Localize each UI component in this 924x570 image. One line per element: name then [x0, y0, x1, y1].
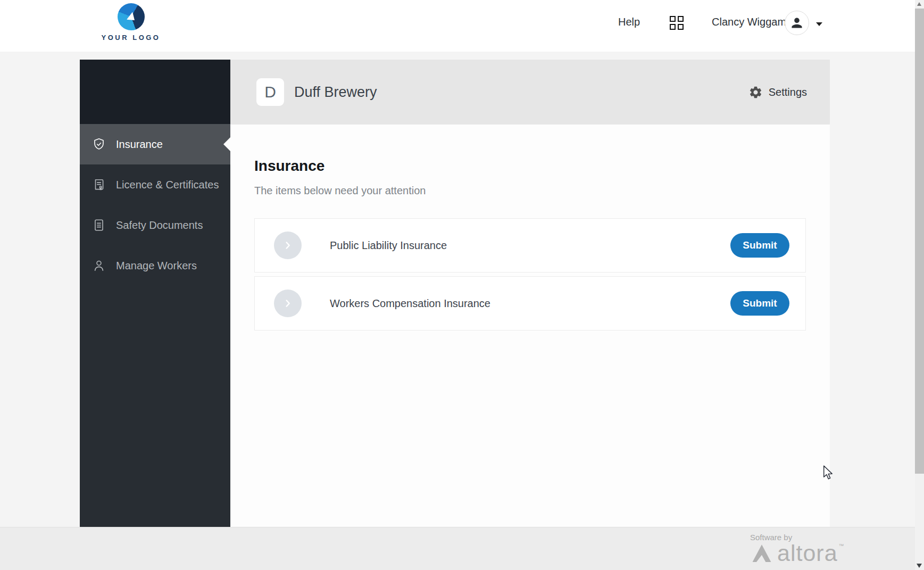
page-title: Insurance: [254, 158, 830, 175]
sidebar-item-label: Insurance: [116, 138, 163, 151]
sidebar: Insurance Licence & Certificates: [80, 60, 230, 527]
sidebar-item-label: Licence & Certificates: [116, 179, 219, 191]
list-item-workers-compensation: Workers Compensation Insurance Submit: [254, 276, 806, 331]
sidebar-item-label: Safety Documents: [116, 219, 203, 232]
chevron-down-icon[interactable]: [816, 22, 822, 26]
chevron-right-icon: [282, 298, 294, 309]
shield-check-icon: [92, 137, 106, 151]
sidebar-item-licence-certificates[interactable]: Licence & Certificates: [80, 164, 230, 205]
footer: Software by altora ™: [0, 527, 915, 570]
scroll-down-arrow-icon[interactable]: [917, 564, 922, 568]
submit-button[interactable]: Submit: [730, 233, 789, 258]
company-name: Duff Brewery: [294, 84, 377, 101]
settings-label: Settings: [769, 86, 807, 98]
sidebar-item-label: Manage Workers: [116, 260, 197, 272]
person-icon: [789, 15, 804, 30]
logo-swirl-icon: [118, 3, 145, 30]
brand-name: altora: [777, 543, 838, 563]
active-item-notch: [223, 137, 230, 151]
company-header: D Duff Brewery Settings: [230, 60, 830, 125]
person-outline-icon: [92, 259, 106, 272]
gear-icon: [748, 85, 763, 100]
sidebar-item-manage-workers[interactable]: Manage Workers: [80, 245, 230, 286]
sidebar-nav: Insurance Licence & Certificates: [80, 124, 230, 286]
sidebar-item-insurance[interactable]: Insurance: [80, 124, 230, 164]
vertical-scrollbar: [915, 0, 924, 570]
content-panel: D Duff Brewery Settings Insurance The it…: [230, 60, 830, 527]
apps-grid-icon[interactable]: [670, 16, 684, 30]
footer-brand: Software by altora ™: [750, 533, 844, 563]
item-label: Workers Compensation Insurance: [330, 298, 490, 310]
company-avatar: D: [256, 78, 284, 106]
content-body: Insurance The items below need your atte…: [230, 125, 830, 331]
logo[interactable]: YOUR LOGO: [102, 3, 160, 42]
submit-button[interactable]: Submit: [730, 291, 789, 316]
help-link[interactable]: Help: [618, 16, 640, 28]
chevron-right-icon: [282, 239, 294, 251]
user-avatar[interactable]: [785, 11, 809, 35]
document-icon: [92, 218, 106, 232]
user-name[interactable]: Clancy Wiggam: [712, 16, 786, 28]
expand-item-button[interactable]: [274, 290, 302, 317]
page-subtitle: The items below need your attention: [254, 185, 830, 197]
trademark: ™: [839, 543, 844, 549]
certificate-icon: [92, 178, 106, 192]
sidebar-header-block: [80, 60, 230, 124]
logo-text: YOUR LOGO: [102, 34, 161, 42]
list-item-public-liability: Public Liability Insurance Submit: [254, 218, 806, 272]
attention-item-list: Public Liability Insurance Submit Worker…: [254, 218, 806, 331]
scroll-up-arrow-icon[interactable]: [917, 2, 921, 6]
item-label: Public Liability Insurance: [330, 239, 447, 252]
top-bar: YOUR LOGO Help Clancy Wiggam: [0, 0, 915, 52]
scrollbar-thumb[interactable]: [915, 9, 924, 474]
settings-button[interactable]: Settings: [748, 85, 807, 100]
sidebar-item-safety-documents[interactable]: Safety Documents: [80, 205, 230, 245]
mountain-icon: [750, 543, 773, 563]
expand-item-button[interactable]: [274, 232, 302, 259]
page: YOUR LOGO Help Clancy Wiggam: [0, 0, 924, 570]
